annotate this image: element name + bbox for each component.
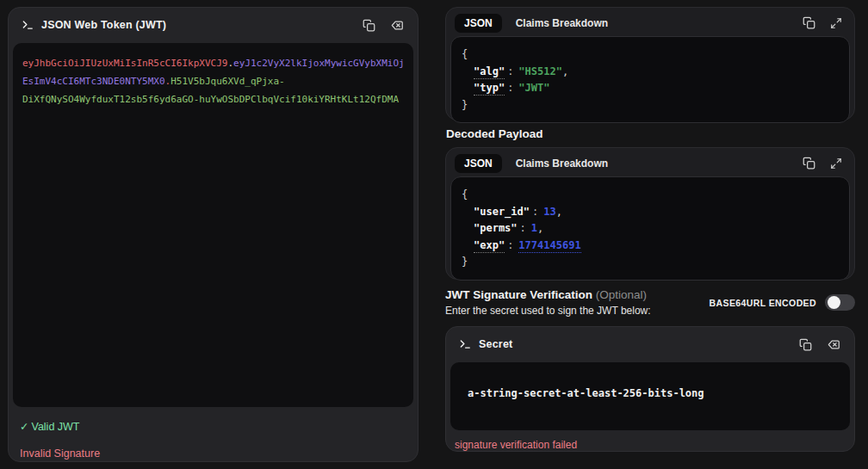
jwt-header-segment: eyJhbGciOiJIUzUxMiIsInR5cCI6IkpXVCJ9 xyxy=(22,58,227,69)
tab-claims-breakdown[interactable]: Claims Breakdown xyxy=(507,14,617,33)
clear-token-button[interactable] xyxy=(390,19,404,32)
copy-token-button[interactable] xyxy=(363,19,375,32)
invalid-signature-status: Invalid Signature xyxy=(20,447,418,460)
signature-verification-subtitle: Enter the secret used to sign the JWT be… xyxy=(445,305,651,317)
copy-secret-button[interactable] xyxy=(799,338,812,351)
decoded-header-panel: JSON Claims Breakdown { "alg":"HS512", "… xyxy=(445,7,855,120)
secret-title: Secret xyxy=(479,338,512,350)
expand-icon xyxy=(830,17,842,29)
secret-panel-header: Secret xyxy=(446,327,854,361)
expand-header-button[interactable] xyxy=(830,17,842,29)
clear-secret-button[interactable] xyxy=(827,338,840,351)
jwt-debugger: JSON Web Token (JWT) eyJhbGciOiJIUzUxMiI… xyxy=(8,7,855,462)
terminal-prompt-icon xyxy=(459,338,471,350)
open-brace: { xyxy=(462,188,468,201)
encoded-token-header: JSON Web Token (JWT) xyxy=(9,8,418,42)
decoded-payload-json: { "user_id":13, "perms":1, "exp":1774145… xyxy=(450,176,850,281)
base64url-encoded-label: BASE64URL ENCODED xyxy=(710,298,816,308)
copy-icon xyxy=(803,16,815,29)
decoded-payload-label: Decoded Payload xyxy=(446,127,855,140)
claim-row-alg: "alg":"HS512", xyxy=(462,64,839,81)
open-brace: { xyxy=(462,48,468,60)
decoded-payload-tabs: JSON Claims Breakdown xyxy=(446,148,854,176)
decoded-header-json: { "alg":"HS512", "typ":"JWT" } xyxy=(450,36,850,123)
decoded-column: JSON Claims Breakdown { "alg":"HS512", "… xyxy=(445,7,855,462)
claim-row-perms: "perms":1, xyxy=(462,220,839,238)
jwt-token-input[interactable]: eyJhbGciOiJIUzUxMiIsInR5cCI6IkpXVCJ9.eyJ… xyxy=(13,43,413,407)
base64url-toggle[interactable] xyxy=(825,294,855,311)
copy-icon xyxy=(799,338,812,351)
encoded-token-panel: JSON Web Token (JWT) eyJhbGciOiJIUzUxMiI… xyxy=(8,7,418,462)
toggle-knob xyxy=(828,296,840,309)
signature-verification-header: JWT Signature Verification (Optional) En… xyxy=(445,288,855,317)
secret-input[interactable]: a-string-secret-at-least-256-bits-long xyxy=(450,362,850,430)
claim-row-exp: "exp":1774145691 xyxy=(462,238,839,255)
copy-header-button[interactable] xyxy=(803,16,815,29)
terminal-prompt-icon xyxy=(22,19,34,31)
copy-icon xyxy=(803,157,815,170)
tab-claims-breakdown[interactable]: Claims Breakdown xyxy=(507,154,617,173)
claim-row-typ: "typ":"JWT" xyxy=(462,80,839,97)
secret-panel: Secret a-string-secret-at-least-256-bits… xyxy=(445,326,855,452)
check-icon: ✓ xyxy=(20,421,28,433)
copy-payload-button[interactable] xyxy=(803,157,815,170)
claim-row-user-id: "user_id":13, xyxy=(462,204,839,221)
expand-payload-button[interactable] xyxy=(830,157,842,170)
clear-icon xyxy=(390,19,404,32)
tab-json[interactable]: JSON xyxy=(455,154,502,173)
close-brace: } xyxy=(462,256,468,268)
decoded-payload-panel: JSON Claims Breakdown { "user_id":13, "p… xyxy=(445,147,855,280)
optional-label: (Optional) xyxy=(596,288,647,301)
signature-verification-title: JWT Signature Verification (Optional) xyxy=(445,288,651,301)
valid-jwt-status-label: Valid JWT xyxy=(31,421,79,433)
expand-icon xyxy=(830,157,842,170)
decoded-header-tabs: JSON Claims Breakdown xyxy=(446,8,854,36)
copy-icon xyxy=(363,19,375,32)
encoded-token-title: JSON Web Token (JWT) xyxy=(41,19,166,31)
signature-verification-failed-status: signature verification failed xyxy=(455,439,854,451)
close-brace: } xyxy=(462,99,468,111)
tab-json[interactable]: JSON xyxy=(455,14,502,33)
clear-icon xyxy=(827,338,840,351)
valid-jwt-status: ✓Valid JWT xyxy=(20,420,418,433)
